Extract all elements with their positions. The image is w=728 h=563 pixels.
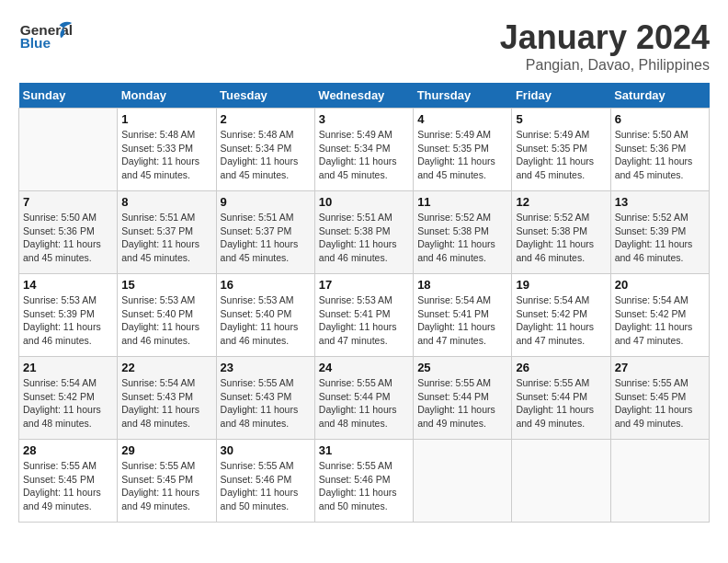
calendar-week-row: 28Sunrise: 5:55 AM Sunset: 5:45 PM Dayli… [19,440,710,523]
day-of-week-header: Wednesday [314,83,413,109]
day-number: 13 [615,195,705,209]
day-number: 4 [417,112,507,126]
logo-icon: General Blue [18,18,74,55]
day-number: 3 [319,112,409,126]
svg-text:Blue: Blue [20,35,51,51]
day-number: 16 [221,278,311,292]
day-number: 15 [121,278,211,292]
calendar-day-cell: 19Sunrise: 5:54 AM Sunset: 5:42 PM Dayli… [512,274,610,357]
day-number: 5 [516,112,606,126]
day-sun-info: Sunrise: 5:55 AM Sunset: 5:45 PM Dayligh… [121,459,211,513]
day-sun-info: Sunrise: 5:55 AM Sunset: 5:44 PM Dayligh… [319,376,409,431]
day-of-week-header: Thursday [414,83,512,109]
location-title: Pangian, Davao, Philippines [500,57,710,74]
day-number: 27 [615,361,705,374]
calendar-day-cell: 28Sunrise: 5:55 AM Sunset: 5:45 PM Dayli… [19,440,118,523]
calendar-day-cell: 26Sunrise: 5:55 AM Sunset: 5:44 PM Dayli… [512,357,610,440]
calendar-week-row: 1Sunrise: 5:48 AM Sunset: 5:33 PM Daylig… [19,109,710,191]
calendar-day-cell: 17Sunrise: 5:53 AM Sunset: 5:41 PM Dayli… [314,274,413,357]
calendar-day-cell: 4Sunrise: 5:49 AM Sunset: 5:35 PM Daylig… [414,109,512,191]
day-number: 19 [516,278,606,292]
calendar-table: SundayMondayTuesdayWednesdayThursdayFrid… [18,83,710,523]
day-sun-info: Sunrise: 5:55 AM Sunset: 5:45 PM Dayligh… [23,459,113,513]
day-number: 17 [319,278,409,292]
day-sun-info: Sunrise: 5:55 AM Sunset: 5:46 PM Dayligh… [221,459,311,513]
day-sun-info: Sunrise: 5:51 AM Sunset: 5:37 PM Dayligh… [221,211,311,265]
calendar-day-cell [19,109,118,191]
day-sun-info: Sunrise: 5:53 AM Sunset: 5:39 PM Dayligh… [23,293,113,348]
calendar-day-cell: 1Sunrise: 5:48 AM Sunset: 5:33 PM Daylig… [118,109,216,191]
day-sun-info: Sunrise: 5:48 AM Sunset: 5:33 PM Dayligh… [121,128,211,182]
calendar-day-cell: 12Sunrise: 5:52 AM Sunset: 5:38 PM Dayli… [512,191,610,274]
day-sun-info: Sunrise: 5:52 AM Sunset: 5:39 PM Dayligh… [615,211,705,265]
day-sun-info: Sunrise: 5:50 AM Sunset: 5:36 PM Dayligh… [615,128,705,182]
calendar-day-cell: 18Sunrise: 5:54 AM Sunset: 5:41 PM Dayli… [414,274,512,357]
day-number: 8 [121,195,211,209]
calendar-day-cell [414,440,512,523]
day-number: 6 [615,112,705,126]
calendar-day-cell: 14Sunrise: 5:53 AM Sunset: 5:39 PM Dayli… [19,274,118,357]
day-number: 7 [23,195,113,209]
day-number: 21 [23,361,113,374]
month-title: January 2024 [500,18,710,57]
day-sun-info: Sunrise: 5:53 AM Sunset: 5:40 PM Dayligh… [121,293,211,348]
day-sun-info: Sunrise: 5:48 AM Sunset: 5:34 PM Dayligh… [221,128,311,182]
day-number: 18 [417,278,507,292]
day-sun-info: Sunrise: 5:51 AM Sunset: 5:38 PM Dayligh… [319,211,409,265]
day-of-week-header: Monday [118,83,216,109]
calendar-day-cell: 10Sunrise: 5:51 AM Sunset: 5:38 PM Dayli… [314,191,413,274]
day-sun-info: Sunrise: 5:52 AM Sunset: 5:38 PM Dayligh… [417,211,507,265]
day-number: 14 [23,278,113,292]
title-block: January 2024 Pangian, Davao, Philippines [500,18,710,74]
day-of-week-header: Saturday [610,83,709,109]
day-number: 30 [221,443,311,457]
day-of-week-header: Friday [512,83,610,109]
logo: General Blue [18,18,74,55]
day-number: 11 [417,195,507,209]
day-sun-info: Sunrise: 5:54 AM Sunset: 5:42 PM Dayligh… [23,376,113,431]
day-number: 24 [319,361,409,374]
calendar-week-row: 7Sunrise: 5:50 AM Sunset: 5:36 PM Daylig… [19,191,710,274]
calendar-day-cell: 3Sunrise: 5:49 AM Sunset: 5:34 PM Daylig… [314,109,413,191]
calendar-day-cell: 11Sunrise: 5:52 AM Sunset: 5:38 PM Dayli… [414,191,512,274]
day-number: 9 [221,195,311,209]
day-sun-info: Sunrise: 5:49 AM Sunset: 5:34 PM Dayligh… [319,128,409,182]
calendar-day-cell: 25Sunrise: 5:55 AM Sunset: 5:44 PM Dayli… [414,357,512,440]
day-sun-info: Sunrise: 5:51 AM Sunset: 5:37 PM Dayligh… [121,211,211,265]
calendar-day-cell: 7Sunrise: 5:50 AM Sunset: 5:36 PM Daylig… [19,191,118,274]
calendar-day-cell: 8Sunrise: 5:51 AM Sunset: 5:37 PM Daylig… [118,191,216,274]
day-number: 1 [121,112,211,126]
day-number: 10 [319,195,409,209]
calendar-day-cell: 20Sunrise: 5:54 AM Sunset: 5:42 PM Dayli… [610,274,709,357]
day-sun-info: Sunrise: 5:54 AM Sunset: 5:42 PM Dayligh… [516,293,606,348]
day-sun-info: Sunrise: 5:54 AM Sunset: 5:41 PM Dayligh… [417,293,507,348]
calendar-day-cell: 6Sunrise: 5:50 AM Sunset: 5:36 PM Daylig… [610,109,709,191]
calendar-day-cell: 21Sunrise: 5:54 AM Sunset: 5:42 PM Dayli… [19,357,118,440]
day-sun-info: Sunrise: 5:54 AM Sunset: 5:43 PM Dayligh… [121,376,211,431]
day-sun-info: Sunrise: 5:52 AM Sunset: 5:38 PM Dayligh… [516,211,606,265]
calendar-day-cell: 24Sunrise: 5:55 AM Sunset: 5:44 PM Dayli… [314,357,413,440]
calendar-week-row: 14Sunrise: 5:53 AM Sunset: 5:39 PM Dayli… [19,274,710,357]
day-sun-info: Sunrise: 5:49 AM Sunset: 5:35 PM Dayligh… [516,128,606,182]
calendar-day-cell [610,440,709,523]
day-number: 12 [516,195,606,209]
day-number: 22 [121,361,211,374]
calendar-day-cell: 13Sunrise: 5:52 AM Sunset: 5:39 PM Dayli… [610,191,709,274]
day-sun-info: Sunrise: 5:55 AM Sunset: 5:43 PM Dayligh… [221,376,311,431]
calendar-day-cell: 23Sunrise: 5:55 AM Sunset: 5:43 PM Dayli… [216,357,314,440]
day-number: 28 [23,443,113,457]
calendar-header-row: SundayMondayTuesdayWednesdayThursdayFrid… [19,83,710,109]
day-of-week-header: Sunday [19,83,118,109]
day-sun-info: Sunrise: 5:55 AM Sunset: 5:44 PM Dayligh… [417,376,507,431]
calendar-day-cell: 9Sunrise: 5:51 AM Sunset: 5:37 PM Daylig… [216,191,314,274]
calendar-day-cell: 5Sunrise: 5:49 AM Sunset: 5:35 PM Daylig… [512,109,610,191]
day-sun-info: Sunrise: 5:50 AM Sunset: 5:36 PM Dayligh… [23,211,113,265]
day-sun-info: Sunrise: 5:53 AM Sunset: 5:41 PM Dayligh… [319,293,409,348]
day-sun-info: Sunrise: 5:53 AM Sunset: 5:40 PM Dayligh… [221,293,311,348]
day-number: 26 [516,361,606,374]
calendar-day-cell: 15Sunrise: 5:53 AM Sunset: 5:40 PM Dayli… [118,274,216,357]
calendar-day-cell: 22Sunrise: 5:54 AM Sunset: 5:43 PM Dayli… [118,357,216,440]
page-header: General Blue January 2024 Pangian, Davao… [18,18,710,74]
day-number: 20 [615,278,705,292]
day-sun-info: Sunrise: 5:55 AM Sunset: 5:44 PM Dayligh… [516,376,606,431]
